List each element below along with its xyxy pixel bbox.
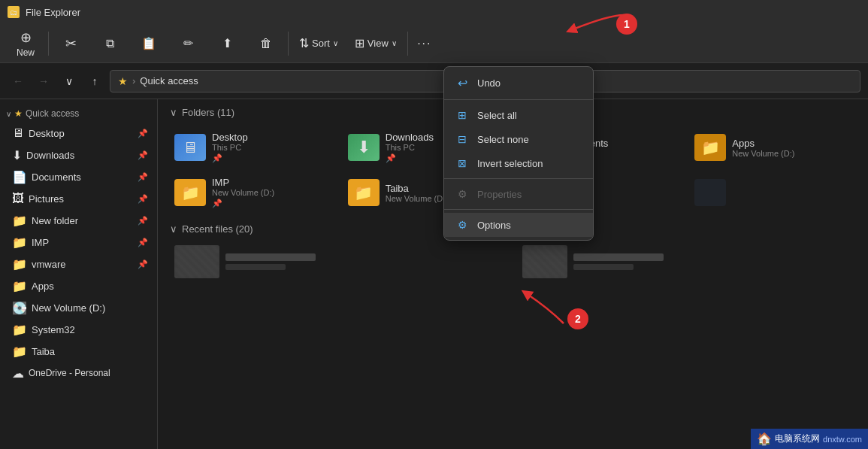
sidebar-item-pictures[interactable]: 🖼 Pictures 📌 (3, 188, 154, 209)
imp-folder-icon: 📁 (174, 179, 206, 206)
forward-button[interactable]: → (33, 71, 54, 92)
downloads-icon: ⬇ (12, 148, 22, 162)
documents-icon: 📄 (12, 170, 27, 184)
rename-button[interactable]: ✏ (169, 27, 207, 60)
sort-icon: ⇅ (299, 36, 309, 50)
properties-label: Properties (477, 189, 522, 200)
menu-item-undo[interactable]: ↩ Undo (444, 70, 593, 96)
sidebar-item-downloads[interactable]: ⬇ Downloads 📌 (3, 144, 154, 165)
apps-folder-icon-right: 📁 (694, 134, 726, 161)
sort-button[interactable]: ⇅ Sort ∨ (292, 27, 346, 60)
sidebar-item-new-folder[interactable]: 📁 New folder 📌 (3, 210, 154, 231)
desktop-folder-name: Desktop (212, 132, 248, 143)
imp-folder-name: IMP (212, 177, 274, 188)
recent-sub-2-blur (573, 264, 634, 270)
sidebar-item-apps[interactable]: 📁 Apps (3, 275, 154, 296)
pin-icon: 📌 (138, 172, 148, 182)
pin-icon: 📌 (138, 238, 148, 247)
delete-icon: 🗑 (260, 37, 272, 50)
apps-folder-name-right: Apps (732, 138, 794, 149)
view-button[interactable]: ⊞ View ∨ (347, 27, 404, 60)
menu-item-options[interactable]: ⚙ Options (444, 213, 593, 237)
menu-item-select-none[interactable]: ⊟ Select none (444, 127, 593, 151)
folder-item-apps-right[interactable]: 📁 Apps New Volume (D:) (687, 126, 859, 169)
sidebar-item-system32[interactable]: 📁 System32 (3, 319, 154, 340)
options-icon: ⚙ (455, 219, 470, 231)
separator-3 (407, 32, 408, 56)
pin-icon: 📌 (138, 129, 148, 138)
share-button[interactable]: ⬆ (208, 27, 246, 60)
desktop-folder-info: Desktop This PC 📌 (212, 132, 248, 163)
sidebar-item-new-volume[interactable]: 💽 New Volume (D:) (3, 297, 154, 318)
select-none-label: Select none (477, 134, 529, 145)
title-bar: 🗂 File Explorer (0, 0, 868, 24)
vmware-icon: 📁 (12, 257, 27, 272)
downloads-pin-icon: 📌 (386, 153, 434, 163)
taiba-folder-sub: New Volume (D:) (386, 194, 448, 203)
more-icon: ··· (417, 37, 431, 50)
select-none-icon: ⊟ (455, 133, 470, 145)
sidebar-item-taiba[interactable]: 📁 Taiba (3, 341, 154, 362)
select-all-label: Select all (477, 110, 517, 121)
address-path: Quick access (140, 75, 198, 86)
more-button[interactable]: ··· (411, 30, 438, 57)
folders-chevron-icon: ∨ (170, 107, 177, 118)
recent-locations-button[interactable]: ∨ (59, 71, 80, 92)
copy-button[interactable]: ⧉ (91, 27, 129, 60)
sidebar-item-onedrive[interactable]: ☁ OneDrive - Personal (3, 363, 154, 384)
pin-icon: 📌 (138, 194, 148, 204)
downloads-folder-info: Downloads This PC 📌 (386, 132, 434, 163)
sidebar-pictures-label: Pictures (29, 193, 133, 205)
taiba-folder-name: Taiba (386, 183, 448, 194)
menu-divider-2 (444, 178, 593, 179)
toolbar: ⊕ New ✂ ⧉ 📋 ✏ ⬆ 🗑 ⇅ Sort ∨ ⊞ View ∨ ··· (0, 24, 868, 63)
select-all-icon: ⊞ (455, 109, 470, 121)
undo-icon: ↩ (455, 76, 470, 90)
folder-item-placeholder2 (687, 171, 859, 214)
forward-icon: → (38, 75, 49, 87)
up-button[interactable]: ↑ (84, 71, 105, 92)
sidebar-item-desktop[interactable]: 🖥 Desktop 📌 (3, 123, 154, 144)
menu-item-select-all[interactable]: ⊞ Select all (444, 103, 593, 127)
sidebar-item-vmware[interactable]: 📁 vmware 📌 (3, 253, 154, 275)
back-button[interactable]: ← (8, 71, 29, 92)
imp-icon: 📁 (12, 235, 27, 250)
paste-icon: 📋 (141, 36, 156, 50)
imp-folder-sub: New Volume (D:) (212, 188, 274, 197)
downloads-folder-icon: ⬇ (348, 134, 380, 161)
new-button[interactable]: ⊕ New (6, 27, 45, 60)
recent-item-1[interactable] (167, 241, 512, 283)
address-separator: › (132, 75, 135, 86)
pin-icon: 📌 (138, 216, 148, 226)
pictures-icon: 🖼 (12, 192, 24, 205)
folder-item-imp[interactable]: 📁 IMP New Volume (D:) 📌 (167, 171, 339, 214)
recent-item-2[interactable] (515, 241, 860, 283)
quick-access-header[interactable]: ∨ ★ Quick access (0, 105, 157, 122)
apps-icon: 📁 (12, 279, 27, 293)
taiba-folder-icon: 📁 (348, 179, 380, 206)
folder-item-desktop[interactable]: 🖥 Desktop This PC 📌 (167, 126, 339, 169)
menu-item-properties[interactable]: ⚙ Properties (444, 182, 593, 206)
main-layout: ∨ ★ Quick access 🖥 Desktop 📌 ⬇ Downloads… (0, 99, 868, 449)
sidebar-new-folder-label: New folder (32, 215, 133, 226)
sidebar-item-documents[interactable]: 📄 Documents 📌 (3, 166, 154, 187)
view-label: View (367, 38, 389, 49)
sidebar: ∨ ★ Quick access 🖥 Desktop 📌 ⬇ Downloads… (0, 99, 158, 449)
recent-sub-1-blur (225, 264, 286, 270)
cut-button[interactable]: ✂ (52, 27, 89, 60)
recent-name-2-blur (573, 253, 664, 261)
sidebar-item-imp[interactable]: 📁 IMP 📌 (3, 232, 154, 253)
context-menu: ↩ Undo ⊞ Select all ⊟ Select none ⊠ Inve… (443, 66, 594, 241)
recent-chevron-icon: ∨ (170, 223, 177, 235)
recent-info-1 (225, 253, 316, 270)
delete-button[interactable]: 🗑 (247, 27, 285, 60)
menu-item-invert-selection[interactable]: ⊠ Invert selection (444, 151, 593, 175)
options-label: Options (477, 220, 511, 231)
rename-icon: ✏ (183, 36, 193, 50)
watermark: 🏠 电脑系统网 dnxtw.com (751, 429, 868, 449)
paste-button[interactable]: 📋 (130, 27, 168, 60)
undo-label: Undo (477, 77, 501, 89)
share-icon: ⬆ (222, 36, 232, 50)
cut-icon: ✂ (65, 35, 77, 52)
view-icon: ⊞ (355, 36, 364, 50)
